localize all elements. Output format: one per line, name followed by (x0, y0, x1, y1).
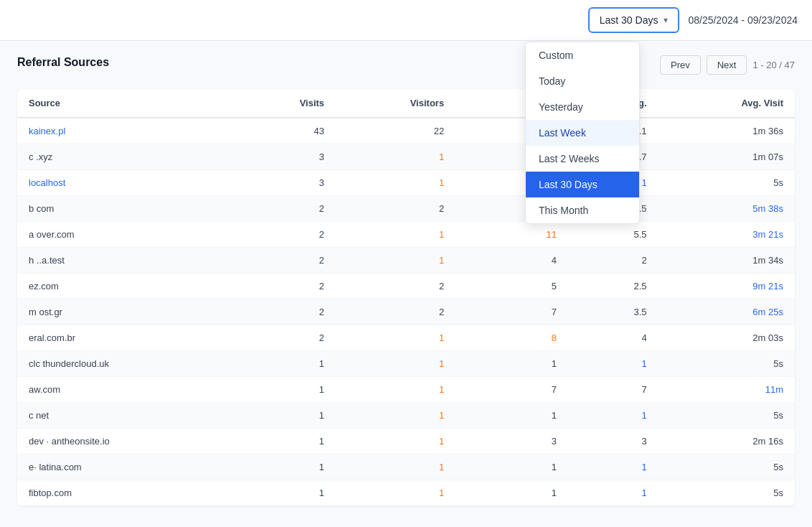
avg-cell: 7 (568, 377, 658, 403)
visitors-cell: 1 (336, 325, 455, 351)
visitors-cell: 1 (336, 222, 455, 248)
chevron-down-icon: ▾ (664, 15, 668, 25)
table-row: c net11115s (17, 403, 795, 429)
dropdown-item-last-week[interactable]: Last Week (526, 120, 639, 146)
source-cell: a over.com (17, 222, 235, 248)
visitors-cell: 1 (336, 429, 455, 454)
source-cell: fibtop.com (17, 480, 235, 506)
visits-cell: 2 (235, 248, 336, 274)
visits-cell: 2 (235, 196, 336, 222)
table-row: clc thundercloud.uk11115s (17, 351, 795, 377)
date-range-button[interactable]: Last 30 Days ▾ (588, 7, 680, 33)
visitors-cell: 1 (336, 248, 455, 274)
avg-visit-cell: 3m 21s (658, 222, 795, 248)
events-cell: 8 (455, 325, 568, 351)
table-row: kainex.pl4322892.11m 36s (17, 118, 795, 144)
avg-visit-cell: 1m 07s (658, 144, 795, 170)
table-row: fibtop.com11115s (17, 480, 795, 506)
table-row: a over.com21115.53m 21s (17, 222, 795, 248)
events-cell: 5 (455, 274, 568, 299)
avg-cell: 2.5 (568, 274, 658, 299)
visitors-cell: 22 (336, 118, 455, 144)
visits-cell: 1 (235, 351, 336, 377)
source-cell: clc thundercloud.uk (17, 351, 235, 377)
main-content: Referral Sources Prev Next 1 - 20 / 47 S… (0, 41, 812, 521)
col-avg-visit: Avg. Visit (658, 89, 795, 118)
events-cell: 7 (455, 377, 568, 403)
events-cell: 4 (455, 248, 568, 274)
visitors-cell: 2 (336, 196, 455, 222)
visits-cell: 43 (235, 118, 336, 144)
dropdown-item-yesterday[interactable]: Yesterday (526, 94, 639, 120)
visits-cell: 1 (235, 429, 336, 454)
prev-button[interactable]: Prev (660, 55, 701, 75)
avg-cell: 1 (568, 454, 658, 480)
visitors-cell: 1 (336, 144, 455, 170)
events-cell: 1 (455, 454, 568, 480)
avg-cell: 3 (568, 429, 658, 454)
source-cell: c .xyz (17, 144, 235, 170)
events-cell: 7 (455, 299, 568, 325)
table-row: c .xyz3182.71m 07s (17, 144, 795, 170)
events-cell: 11 (455, 222, 568, 248)
referral-sources-table: Source Visits Visitors Events Avg. Avg. … (17, 89, 795, 506)
col-visitors: Visitors (336, 89, 455, 118)
avg-visit-cell: 2m 16s (658, 429, 795, 454)
source-link[interactable]: kainex.pl (29, 126, 65, 136)
source-cell: b com (17, 196, 235, 222)
visitors-cell: 2 (336, 299, 455, 325)
visits-cell: 1 (235, 454, 336, 480)
next-button[interactable]: Next (707, 55, 747, 75)
visits-cell: 2 (235, 222, 336, 248)
table-row: b com22157.55m 38s (17, 196, 795, 222)
dropdown-item-last-2-weeks[interactable]: Last 2 Weeks (526, 146, 639, 172)
top-bar: Last 30 Days ▾ 08/25/2024 - 09/23/2024 C… (0, 0, 812, 41)
events-cell: 1 (455, 403, 568, 429)
avg-cell: 4 (568, 325, 658, 351)
avg-visit-cell: 2m 03s (658, 325, 795, 351)
avg-visit-cell: 1m 34s (658, 248, 795, 274)
events-cell: 1 (455, 480, 568, 506)
table-row: e· latina.com11115s (17, 454, 795, 480)
source-link[interactable]: localhost (29, 177, 65, 188)
table-row: m ost.gr2273.56m 25s (17, 299, 795, 325)
table-body: kainex.pl4322892.11m 36sc .xyz3182.71m 0… (17, 118, 795, 506)
section-title: Referral Sources (17, 56, 109, 69)
table-header-row: Source Visits Visitors Events Avg. Avg. … (17, 89, 795, 118)
avg-cell: 2 (568, 248, 658, 274)
source-cell: m ost.gr (17, 299, 235, 325)
dropdown-item-this-month[interactable]: This Month (526, 197, 639, 223)
dropdown-item-last-30-days[interactable]: Last 30 Days (526, 172, 639, 197)
dropdown-item-today[interactable]: Today (526, 68, 639, 94)
table-row: localhost31315s (17, 170, 795, 196)
avg-cell: 1 (568, 480, 658, 506)
avg-visit-cell: 5s (658, 403, 795, 429)
table-row: eral.com.br21842m 03s (17, 325, 795, 351)
source-cell: eral.com.br (17, 325, 235, 351)
source-cell: aw.com (17, 377, 235, 403)
events-cell: 3 (455, 429, 568, 454)
pagination-controls: Prev Next 1 - 20 / 47 (660, 55, 795, 75)
date-range-display: 08/25/2024 - 09/23/2024 (688, 14, 798, 26)
avg-visit-cell: 5s (658, 480, 795, 506)
visitors-cell: 1 (336, 377, 455, 403)
avg-visit-cell: 5s (658, 170, 795, 196)
avg-visit-cell: 5s (658, 351, 795, 377)
col-visits: Visits (235, 89, 336, 118)
dropdown-menu: CustomTodayYesterdayLast WeekLast 2 Week… (525, 42, 640, 224)
visits-cell: 1 (235, 480, 336, 506)
source-cell: c net (17, 403, 235, 429)
visits-cell: 2 (235, 299, 336, 325)
visits-cell: 2 (235, 274, 336, 299)
visitors-cell: 1 (336, 170, 455, 196)
visits-cell: 1 (235, 403, 336, 429)
visitors-cell: 1 (336, 351, 455, 377)
table-row: aw.com117711m (17, 377, 795, 403)
dropdown-item-custom[interactable]: Custom (526, 42, 639, 68)
avg-cell: 5.5 (568, 222, 658, 248)
table-row: h ..a.test21421m 34s (17, 248, 795, 274)
visits-cell: 3 (235, 170, 336, 196)
avg-cell: 3.5 (568, 299, 658, 325)
visitors-cell: 1 (336, 480, 455, 506)
visits-cell: 3 (235, 144, 336, 170)
